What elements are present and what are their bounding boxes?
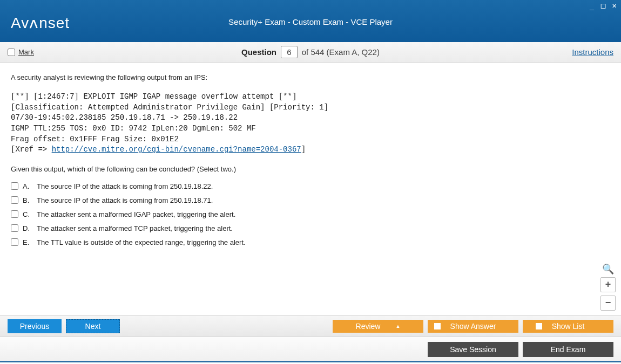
code-line: [**] [1:2467:7] EXPLOIT IGMP IGAP messag… [11, 92, 296, 101]
option-text: The source IP of the attack is coming fr… [37, 195, 213, 206]
option-checkbox[interactable] [11, 196, 18, 204]
code-line: IGMP TTL:255 TOS: 0x0 ID: 9742 IpLen:20 … [11, 124, 256, 133]
code-line: 07/30-19:45:02.238185 250.19.18.71 -> 25… [11, 113, 238, 122]
option-b[interactable]: B. The source IP of the attack is coming… [11, 195, 610, 206]
option-e[interactable]: E. The TTL value is outside of the expec… [11, 237, 610, 248]
xref-link[interactable]: http://cve.mitre.org/cgi-bin/cvename.cgi… [52, 145, 301, 154]
show-list-checkbox[interactable] [536, 323, 542, 329]
option-checkbox[interactable] [11, 224, 18, 232]
instructions-link[interactable]: Instructions [572, 47, 613, 57]
option-text: The attacker sent a malformed IGAP packe… [37, 209, 235, 220]
ips-output-block: [**] [1:2467:7] EXPLOIT IGMP IGAP messag… [11, 92, 610, 155]
show-answer-label: Show Answer [450, 322, 496, 331]
option-text: The TTL value is outside of the expected… [37, 237, 246, 248]
question-of-text: of 544 (Exam A, Q22) [302, 47, 380, 57]
option-text: The attacker sent a malformed TCP packet… [37, 223, 233, 234]
show-list-label: Show List [552, 322, 585, 331]
window-controls: _ □ ✕ [590, 1, 618, 10]
code-line: [Classification: Attempted Administrator… [11, 103, 328, 112]
title-bar: _ □ ✕ Avᴧnset Security+ Exam - Custom Ex… [0, 0, 621, 42]
zoom-out-button[interactable]: − [600, 296, 616, 311]
option-letter: A. [23, 181, 32, 192]
show-answer-button[interactable]: Show Answer [428, 320, 518, 333]
option-checkbox[interactable] [11, 210, 18, 218]
show-answer-checkbox[interactable] [434, 323, 441, 329]
zoom-in-button[interactable]: + [600, 277, 616, 292]
code-line: Frag offset: 0x1FFF Frag Size: 0x01E2 [11, 135, 179, 143]
option-checkbox[interactable] [11, 182, 18, 190]
xref-prefix: [Xref => [11, 145, 52, 154]
option-checkbox[interactable] [11, 238, 18, 246]
option-letter: D. [23, 223, 32, 234]
minimize-icon[interactable]: _ [590, 1, 595, 10]
triangle-up-icon: ▲ [395, 324, 400, 329]
zoom-controls: 🔍 + − [600, 262, 616, 311]
question-number-box[interactable]: 6 [281, 46, 297, 58]
review-label: Review [356, 322, 381, 331]
nav-footer: Previous Next Review ▲ Show Answer Show … [0, 315, 621, 336]
question-content: A security analyst is reviewing the foll… [0, 63, 621, 315]
question-prompt: Given this output, which of the followin… [11, 164, 610, 175]
option-letter: B. [23, 195, 32, 206]
next-button[interactable]: Next [66, 319, 120, 333]
option-d[interactable]: D. The attacker sent a malformed TCP pac… [11, 223, 610, 234]
save-session-button[interactable]: Save Session [428, 342, 518, 357]
previous-button[interactable]: Previous [8, 319, 62, 333]
close-icon[interactable]: ✕ [612, 1, 618, 10]
session-footer: Save Session End Exam [0, 336, 621, 362]
maximize-icon[interactable]: □ [601, 1, 606, 10]
answer-options: A. The source IP of the attack is coming… [11, 181, 610, 249]
window-title: Security+ Exam - Custom Exam - VCE Playe… [0, 17, 621, 26]
magnify-icon[interactable]: 🔍 [602, 262, 614, 274]
question-intro: A security analyst is reviewing the foll… [11, 72, 610, 83]
option-c[interactable]: C. The attacker sent a malformed IGAP pa… [11, 209, 610, 220]
review-button[interactable]: Review ▲ [333, 320, 423, 333]
option-a[interactable]: A. The source IP of the attack is coming… [11, 181, 610, 192]
question-header-bar: Mark Question 6 of 544 (Exam A, Q22) Ins… [0, 42, 621, 63]
option-text: The source IP of the attack is coming fr… [37, 181, 213, 192]
question-word: Question [241, 47, 276, 57]
option-letter: E. [23, 237, 32, 248]
option-letter: C. [23, 209, 32, 220]
question-position: Question 6 of 544 (Exam A, Q22) [0, 46, 621, 58]
xref-suffix: ] [301, 145, 306, 154]
end-exam-button[interactable]: End Exam [523, 342, 613, 357]
show-list-button[interactable]: Show List [523, 320, 613, 333]
